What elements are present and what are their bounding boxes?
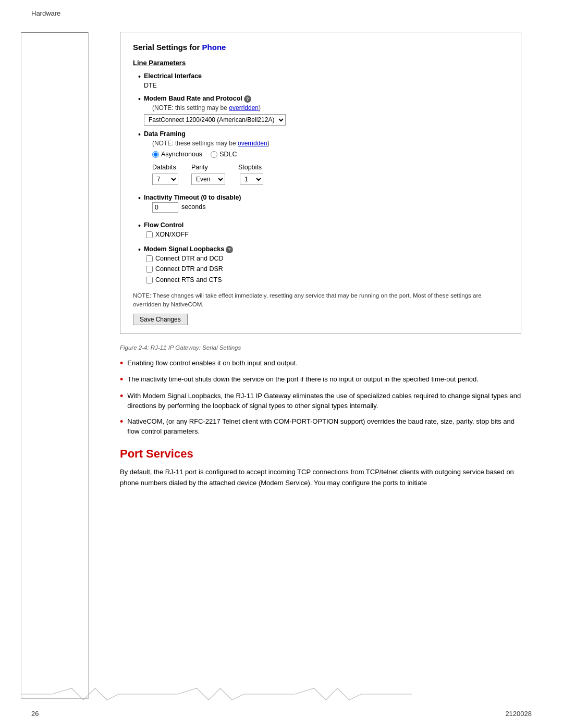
modem-baud-note-link[interactable]: overridden — [229, 104, 259, 112]
data-framing-note: (NOTE: these settings may be overridden) — [152, 139, 270, 148]
bullet-dot-2: • — [138, 94, 141, 104]
modem-baud-select-wrapper: FastConnect 1200/2400 (American/Bell212A… — [144, 114, 286, 126]
body-bullet-text-2: The inactivity time-out shuts down the s… — [127, 374, 521, 385]
inactivity-label: Inactivity Timeout (0 to disable) — [144, 193, 241, 203]
modem-baud-note: (NOTE: this setting may be overridden) — [152, 104, 286, 113]
stopbits-select[interactable]: 1 2 — [240, 174, 263, 185]
data-framing-content: Data Framing (NOTE: these settings may b… — [144, 130, 270, 189]
electrical-interface-item: • Electrical Interface DTE — [138, 72, 508, 90]
page-layout: Serial Settings for Phone Line Parameter… — [0, 21, 563, 699]
electrical-interface-value: DTE — [144, 81, 202, 91]
port-services-text: By default, the RJ-11 port is configured… — [120, 467, 521, 489]
inactivity-content: Inactivity Timeout (0 to disable) second… — [144, 193, 241, 217]
bullet-dot-3: • — [138, 130, 141, 139]
modem-baud-select[interactable]: FastConnect 1200/2400 (American/Bell212A… — [144, 114, 286, 126]
electrical-interface-content: Electrical Interface DTE — [144, 72, 202, 90]
cb-dtr-dsr-label: Connect DTR and DSR — [155, 265, 223, 274]
modem-baud-label: Modem Baud Rate and Protocol ? — [144, 94, 286, 104]
modem-signal-cb1: Connect DTR and DCD — [146, 254, 233, 264]
col-header-databits: Databits — [152, 163, 181, 172]
timeout-row: seconds — [152, 202, 241, 213]
footer-page-number: 26 — [31, 710, 39, 718]
cb-dtr-dcd-label: Connect DTR and DCD — [155, 254, 224, 264]
data-framing-note-link[interactable]: overridden — [238, 140, 267, 147]
radio-async-label[interactable]: Asynchronous — [152, 150, 202, 159]
settings-title-static: Serial Settings for — [133, 43, 202, 52]
cb-dtr-dsr[interactable] — [146, 266, 153, 273]
settings-box: Serial Settings for Phone Line Parameter… — [120, 32, 521, 334]
footer-doc-number: 2120028 — [505, 710, 532, 718]
modem-signal-cb2: Connect DTR and DSR — [146, 265, 233, 274]
radio-sdlc-label[interactable]: SDLC — [211, 150, 237, 159]
cb-rts-cts-label: Connect RTS and CTS — [155, 276, 222, 285]
bullet-dot-4: • — [138, 193, 141, 203]
modem-baud-content: Modem Baud Rate and Protocol ? (NOTE: th… — [144, 94, 286, 126]
databits-select[interactable]: 7 8 — [152, 174, 178, 185]
data-framing-item: • Data Framing (NOTE: these settings may… — [138, 130, 508, 189]
radio-sdlc-text: SDLC — [219, 150, 237, 159]
modem-baud-item: • Modem Baud Rate and Protocol ? (NOTE: … — [138, 94, 508, 126]
body-bullet-text-3: With Modem Signal Loopbacks, the RJ-11 I… — [127, 391, 521, 411]
section-heading: Line Parameters — [133, 59, 508, 67]
body-bullet-dot-3: • — [120, 391, 123, 402]
port-services-heading: Port Services — [120, 447, 521, 461]
electrical-interface-label: Electrical Interface — [144, 72, 202, 81]
body-bullet-dot-2: • — [120, 374, 123, 386]
col-header-parity: Parity — [191, 163, 228, 172]
sidebar — [21, 32, 89, 699]
body-bullets-list: • Enabling flow control enables it on bo… — [120, 358, 521, 437]
flow-control-checkbox[interactable] — [146, 231, 153, 238]
inactivity-item: • Inactivity Timeout (0 to disable) seco… — [138, 193, 508, 217]
params-col-headers: Databits Parity Stopbits — [152, 163, 270, 172]
col-header-stopbits: Stopbits — [238, 163, 270, 172]
cb-rts-cts[interactable] — [146, 277, 153, 283]
body-bullet-text-1: Enabling flow control enables it on both… — [127, 358, 521, 368]
body-bullet-dot-1: • — [120, 358, 123, 369]
inactivity-input[interactable] — [152, 202, 178, 213]
params-table: Databits Parity Stopbits 7 8 Even Odd — [152, 163, 270, 185]
modem-signal-item: • Modem Signal Loopbacks ? Connect DTR a… — [138, 245, 508, 286]
flow-control-checkbox-label: XON/XOFF — [155, 230, 189, 240]
radio-sdlc[interactable] — [211, 151, 217, 158]
page-footer: 26 2120028 — [0, 710, 563, 718]
settings-title-link[interactable]: Phone — [202, 43, 226, 52]
content-area: Serial Settings for Phone Line Parameter… — [89, 21, 542, 699]
wave-line-decoration — [21, 686, 412, 702]
page-header: Hardware — [0, 0, 563, 21]
params-col-selects: 7 8 Even Odd None 1 2 — [152, 174, 270, 185]
modem-signal-info-icon[interactable]: ? — [226, 246, 233, 253]
body-bullet-dot-4: • — [120, 416, 123, 428]
list-item: • NativeCOM, (or any RFC-2217 Telnet cli… — [120, 416, 521, 437]
figure-caption: Figure 2-4: RJ-11 IP Gateway: Serial Set… — [120, 344, 521, 351]
inactivity-unit: seconds — [181, 203, 206, 212]
body-bullet-text-4: NativeCOM, (or any RFC-2217 Telnet clien… — [127, 416, 521, 437]
modem-baud-info-icon[interactable]: ? — [244, 95, 251, 103]
list-item: • Enabling flow control enables it on bo… — [120, 358, 521, 369]
settings-note: NOTE: These changes will take effect imm… — [133, 291, 508, 310]
bullet-dot-5: • — [138, 221, 141, 230]
data-framing-label: Data Framing — [144, 130, 270, 139]
flow-control-checkbox-item: XON/XOFF — [146, 230, 189, 240]
cb-dtr-dcd[interactable] — [146, 255, 153, 262]
flow-control-content: Flow Control XON/XOFF — [144, 221, 189, 241]
save-changes-button[interactable]: Save Changes — [133, 314, 188, 325]
list-item: • With Modem Signal Loopbacks, the RJ-11… — [120, 391, 521, 411]
parity-select[interactable]: Even Odd None — [191, 174, 225, 185]
modem-signal-cb3: Connect RTS and CTS — [146, 276, 233, 285]
data-framing-radio-row: Asynchronous SDLC — [152, 150, 270, 159]
header-label: Hardware — [31, 9, 60, 17]
bullet-dot-6: • — [138, 245, 141, 254]
bullet-dot: • — [138, 72, 141, 81]
flow-control-label: Flow Control — [144, 221, 189, 230]
settings-title: Serial Settings for Phone — [133, 43, 508, 52]
modem-signal-content: Modem Signal Loopbacks ? Connect DTR and… — [144, 245, 233, 286]
flow-control-item: • Flow Control XON/XOFF — [138, 221, 508, 241]
radio-async-text: Asynchronous — [161, 150, 202, 159]
radio-async[interactable] — [152, 151, 159, 158]
list-item: • The inactivity time-out shuts down the… — [120, 374, 521, 386]
modem-signal-label: Modem Signal Loopbacks ? — [144, 245, 233, 254]
